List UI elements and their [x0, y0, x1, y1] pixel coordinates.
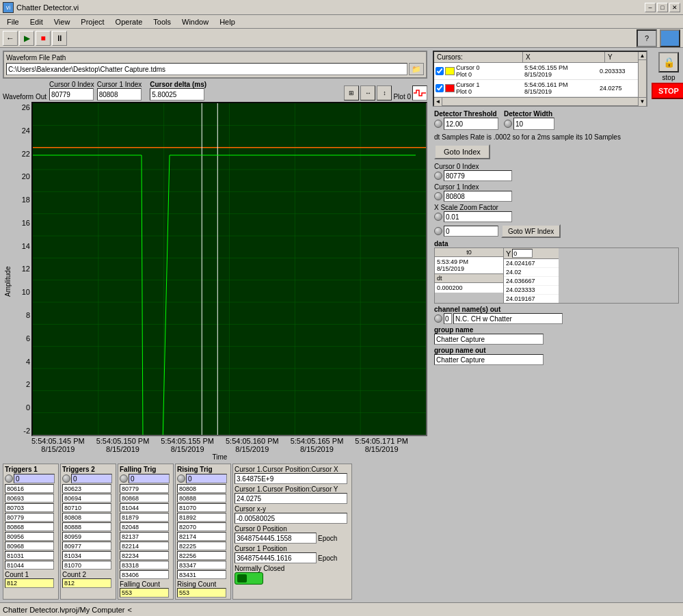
channel-name-input[interactable] — [453, 313, 563, 324]
arrow-tool-button[interactable]: ← — [3, 31, 18, 46]
rt-top-input[interactable] — [186, 474, 227, 483]
ft-val-0[interactable] — [120, 484, 169, 493]
normally-closed-toggle[interactable] — [235, 572, 263, 585]
menu-help[interactable]: Help — [214, 16, 241, 27]
wf-index-input[interactable] — [444, 226, 498, 237]
rt-val-3[interactable] — [177, 513, 226, 522]
stop-button[interactable]: STOP — [652, 83, 683, 99]
ft-top-input[interactable] — [129, 474, 170, 483]
pause-button[interactable]: ⏸ — [52, 31, 67, 46]
falling-count-input[interactable] — [120, 588, 169, 598]
cursor1-index-knob[interactable] — [434, 192, 442, 200]
t2-val-8[interactable] — [62, 561, 111, 570]
rt-val-5[interactable] — [177, 532, 226, 541]
cursor0-checkbox[interactable] — [436, 67, 444, 75]
t1-val-7[interactable] — [5, 551, 54, 560]
goto-wf-index-button[interactable]: Goto WF Index — [501, 224, 561, 238]
t2-val-5[interactable] — [62, 532, 111, 541]
scroll-up-icon[interactable]: ▲ — [639, 52, 646, 60]
t2-val-3[interactable] — [62, 513, 111, 522]
zoom-y-button[interactable]: ↕ — [377, 85, 392, 101]
t1-val-5[interactable] — [5, 532, 54, 541]
maximize-button[interactable]: □ — [657, 3, 668, 12]
channel-index-input[interactable] — [444, 313, 452, 324]
menu-edit[interactable]: Edit — [25, 16, 49, 27]
xscale-input[interactable] — [444, 211, 512, 222]
scroll-down-icon[interactable]: ▼ — [639, 97, 646, 105]
data-y-bit-input[interactable] — [512, 249, 533, 258]
rt-knob[interactable] — [177, 474, 185, 483]
group-name-input[interactable] — [434, 334, 544, 345]
cursor1-checkbox[interactable] — [436, 84, 444, 92]
threshold-knob[interactable] — [434, 120, 442, 128]
t2-val-2[interactable] — [62, 503, 111, 512]
menu-file[interactable]: File — [1, 16, 25, 27]
browse-button[interactable]: 📁 — [409, 63, 424, 75]
width-knob[interactable] — [504, 120, 512, 128]
t1-val-2[interactable] — [5, 503, 54, 512]
c1-pos-y-input[interactable] — [235, 493, 347, 504]
ft-val-9[interactable] — [120, 570, 169, 579]
t2-val-6[interactable] — [62, 541, 111, 550]
close-button[interactable]: ✕ — [669, 3, 680, 12]
c1-pos-input[interactable] — [235, 552, 317, 563]
t2-knob[interactable] — [62, 474, 70, 483]
ft-val-1[interactable] — [120, 494, 169, 503]
t2-val-4[interactable] — [62, 522, 111, 531]
wf-index-knob[interactable] — [434, 227, 442, 235]
t2-val-1[interactable] — [62, 494, 111, 503]
t2-val-7[interactable] — [62, 551, 111, 560]
stop-abort-button[interactable]: ■ — [36, 31, 51, 46]
ft-val-2[interactable] — [120, 503, 169, 512]
menu-operate[interactable]: Operate — [110, 16, 148, 27]
minimize-button[interactable]: – — [645, 3, 656, 12]
rt-val-8[interactable] — [177, 561, 226, 570]
rt-val-1[interactable] — [177, 494, 226, 503]
ft-val-6[interactable] — [120, 541, 169, 550]
rt-val-2[interactable] — [177, 503, 226, 512]
t1-val-1[interactable] — [5, 494, 54, 503]
count2-input[interactable] — [62, 578, 111, 588]
delta-input[interactable] — [150, 88, 204, 101]
channel-knob[interactable] — [434, 314, 442, 323]
t1-val-0[interactable] — [5, 484, 54, 493]
file-path-input[interactable] — [6, 63, 407, 75]
xscale-knob[interactable] — [434, 213, 442, 221]
run-button[interactable]: ▶ — [19, 31, 34, 46]
rt-val-9[interactable] — [177, 570, 226, 579]
group-name-out-input[interactable] — [434, 354, 544, 365]
rt-val-0[interactable] — [177, 484, 226, 493]
cursor0-index-knob[interactable] — [434, 172, 442, 180]
ft-val-3[interactable] — [120, 513, 169, 522]
t2-top-input[interactable] — [71, 474, 112, 483]
rt-val-4[interactable] — [177, 522, 226, 531]
t1-top-input[interactable] — [14, 474, 55, 483]
t1-val-6[interactable] — [5, 541, 54, 550]
rt-val-7[interactable] — [177, 551, 226, 560]
zoom-x-button[interactable]: ↔ — [360, 85, 375, 101]
cursor0-input[interactable] — [49, 88, 94, 101]
ft-val-7[interactable] — [120, 551, 169, 560]
cursor1-input[interactable] — [97, 88, 142, 101]
rt-val-6[interactable] — [177, 541, 226, 550]
ft-val-5[interactable] — [120, 532, 169, 541]
cursors-vscroll[interactable]: ▲ ▼ — [638, 52, 646, 105]
t1-val-8[interactable] — [5, 561, 54, 570]
zoom-fit-button[interactable]: ⊞ — [344, 85, 359, 101]
waveform-chart[interactable] — [31, 102, 427, 436]
threshold-input[interactable] — [444, 118, 498, 130]
context-help-button[interactable]: ? — [637, 29, 657, 47]
cursor0-index-input[interactable] — [444, 170, 512, 181]
width-input[interactable] — [513, 118, 554, 130]
menu-tools[interactable]: Tools — [148, 16, 176, 27]
cursors-hscroll[interactable]: ◄ ► — [434, 97, 646, 105]
ft-val-4[interactable] — [120, 522, 169, 531]
t1-knob[interactable] — [5, 474, 13, 483]
c1-pos-x-input[interactable] — [235, 473, 347, 484]
t2-val-0[interactable] — [62, 484, 111, 493]
lock-icon[interactable]: 🔒 — [658, 52, 679, 72]
menu-project[interactable]: Project — [75, 16, 109, 27]
menu-view[interactable]: View — [49, 16, 76, 27]
t1-val-3[interactable] — [5, 513, 54, 522]
c0-pos-input[interactable] — [235, 533, 317, 544]
